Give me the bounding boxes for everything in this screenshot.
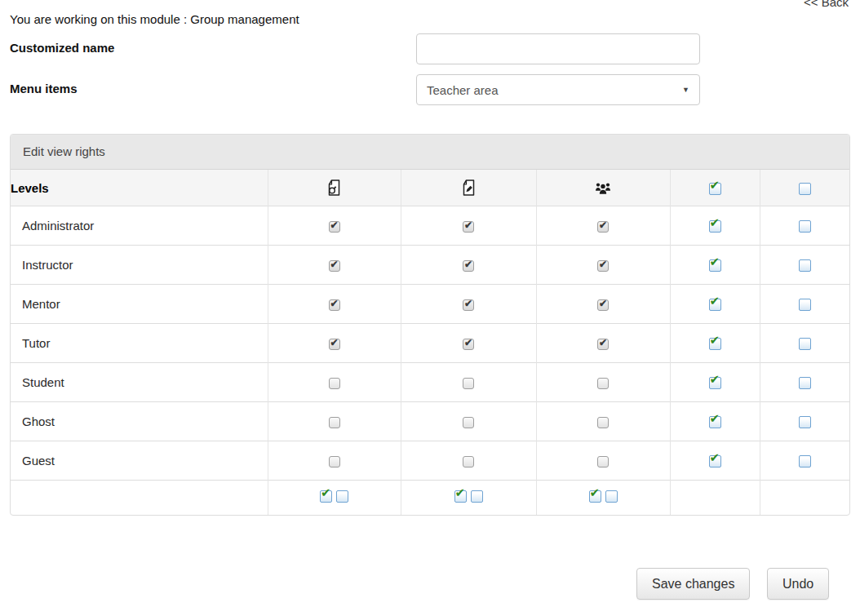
view-right-checkbox[interactable] <box>329 456 340 468</box>
edit-right-checkbox[interactable] <box>463 378 474 389</box>
view-right-cell <box>268 363 401 402</box>
check-all-edit-icon[interactable] <box>454 490 467 503</box>
group-management-settings-page: << Back You are working on this module :… <box>0 0 860 616</box>
check-all-icon[interactable] <box>709 183 721 195</box>
footer-empty-cell <box>670 481 760 516</box>
group-right-checkbox[interactable] <box>597 339 609 350</box>
view-right-checkbox[interactable] <box>329 339 340 350</box>
edit-right-checkbox[interactable] <box>463 299 474 311</box>
row-check-icon[interactable] <box>709 377 721 389</box>
chevron-down-icon: ▼ <box>682 86 689 94</box>
row-uncheck-icon[interactable] <box>799 416 811 428</box>
row-check-cell <box>670 402 760 441</box>
group-right-cell <box>536 441 670 481</box>
uncheck-all-edit-icon[interactable] <box>471 490 483 503</box>
group-right-checkbox[interactable] <box>597 456 609 468</box>
view-right-checkbox[interactable] <box>329 260 340 272</box>
row-uncheck-icon[interactable] <box>799 338 811 350</box>
rights-table-row: Mentor <box>11 285 849 324</box>
level-name: Administrator <box>22 219 94 233</box>
rights-table-body: Administrator Instructor Mentor Tutor St… <box>11 206 849 481</box>
view-right-cell <box>268 402 401 441</box>
level-name-cell: Mentor <box>11 285 268 324</box>
undo-button[interactable]: Undo <box>767 568 829 600</box>
edit-right-cell <box>401 441 536 481</box>
rights-table-footer-row <box>11 481 849 516</box>
row-uncheck-icon[interactable] <box>799 259 811 272</box>
row-check-icon[interactable] <box>709 299 721 311</box>
row-check-cell <box>670 246 760 285</box>
rights-table-row: Administrator <box>11 206 849 246</box>
group-right-checkbox[interactable] <box>597 260 609 272</box>
menu-items-label: Menu items <box>10 82 78 95</box>
footer-empty-cell <box>760 481 849 516</box>
view-right-cell <box>268 206 401 246</box>
uncheck-all-column-header[interactable] <box>760 170 849 206</box>
view-right-checkbox[interactable] <box>329 299 340 311</box>
rights-table-row: Student <box>11 363 849 402</box>
edit-right-checkbox[interactable] <box>463 417 474 428</box>
check-all-group-icon[interactable] <box>589 490 601 503</box>
edit-right-cell <box>401 246 536 285</box>
row-check-icon[interactable] <box>709 259 721 272</box>
row-uncheck-icon[interactable] <box>799 377 811 389</box>
row-check-cell <box>670 324 760 363</box>
row-check-icon[interactable] <box>709 220 721 233</box>
save-changes-button[interactable]: Save changes <box>636 568 750 600</box>
view-document-icon <box>326 179 343 197</box>
row-uncheck-icon[interactable] <box>799 455 811 468</box>
row-uncheck-cell <box>760 363 849 402</box>
group-right-cell <box>536 363 670 402</box>
row-uncheck-icon[interactable] <box>799 220 811 233</box>
row-uncheck-cell <box>760 246 849 285</box>
uncheck-all-view-icon[interactable] <box>336 490 348 503</box>
edit-right-cell <box>401 324 536 363</box>
level-name: Ghost <box>22 414 55 428</box>
row-check-icon[interactable] <box>709 416 721 428</box>
row-check-cell <box>670 441 760 481</box>
group-right-checkbox[interactable] <box>597 378 609 389</box>
check-all-column-header[interactable] <box>670 170 760 206</box>
menu-items-selected-value: Teacher area <box>427 83 682 97</box>
check-all-view-icon[interactable] <box>320 490 332 503</box>
edit-view-rights-panel: Edit view rights Levels <box>10 134 850 516</box>
view-right-cell <box>268 441 401 481</box>
group-right-checkbox[interactable] <box>597 299 609 311</box>
group-right-checkbox[interactable] <box>597 221 609 233</box>
view-right-checkbox[interactable] <box>329 221 340 233</box>
footer-edit-cell <box>401 481 536 516</box>
uncheck-all-icon[interactable] <box>799 183 811 195</box>
edit-right-cell <box>401 363 536 402</box>
group-right-checkbox[interactable] <box>597 417 609 428</box>
edit-right-cell <box>401 402 536 441</box>
levels-column-header: Levels <box>11 170 268 206</box>
edit-right-checkbox[interactable] <box>463 221 474 233</box>
edit-right-cell <box>401 285 536 324</box>
edit-right-checkbox[interactable] <box>463 456 474 468</box>
group-column-header <box>536 170 670 206</box>
edit-document-icon <box>460 179 477 197</box>
back-link[interactable]: << Back <box>804 0 849 9</box>
view-column-header <box>268 170 401 206</box>
row-check-icon[interactable] <box>709 455 721 468</box>
uncheck-all-group-icon[interactable] <box>605 490 618 503</box>
edit-right-checkbox[interactable] <box>463 260 474 272</box>
row-uncheck-icon[interactable] <box>799 299 811 311</box>
group-icon <box>594 181 612 196</box>
view-right-checkbox[interactable] <box>329 417 340 428</box>
level-name-cell: Student <box>11 363 268 402</box>
edit-right-checkbox[interactable] <box>463 339 474 350</box>
row-uncheck-cell <box>760 441 849 481</box>
level-name: Mentor <box>22 297 60 311</box>
view-right-cell <box>268 246 401 285</box>
footer-view-cell <box>268 481 401 516</box>
customized-name-input[interactable] <box>416 33 700 64</box>
level-name: Tutor <box>22 336 50 350</box>
group-right-cell <box>536 285 670 324</box>
level-name-cell: Ghost <box>11 402 268 441</box>
row-uncheck-cell <box>760 402 849 441</box>
group-right-cell <box>536 206 670 246</box>
view-right-checkbox[interactable] <box>329 378 340 389</box>
row-check-icon[interactable] <box>709 338 721 350</box>
menu-items-select[interactable]: Teacher area ▼ <box>416 74 700 105</box>
